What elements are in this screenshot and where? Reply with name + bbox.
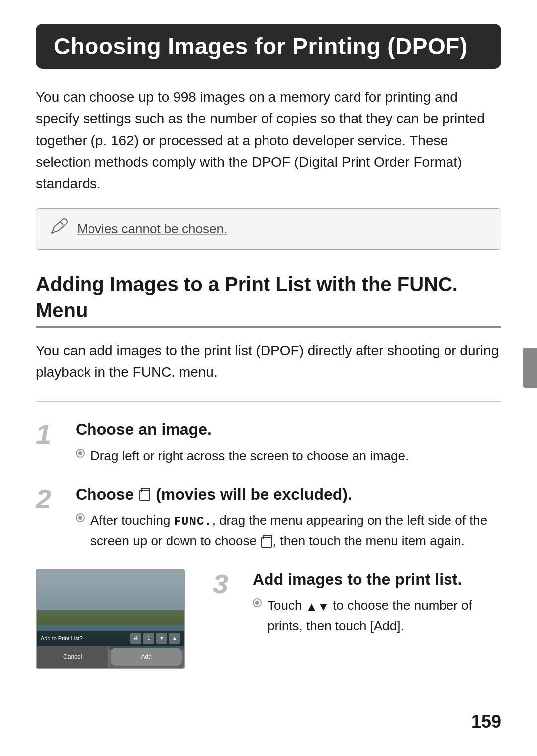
screen-buttons: Cancel Add	[37, 646, 184, 668]
step-1-number-col: 1	[36, 420, 76, 448]
step-2-bullet: After touching FUNC., drag the menu appe…	[76, 510, 501, 551]
bullet-dot-1	[76, 449, 85, 458]
step-3-number-col: 3	[213, 569, 253, 598]
step-2-title-rest: (movies will be excluded).	[156, 485, 352, 503]
step-1-title: Choose an image.	[76, 420, 501, 440]
svg-point-0	[51, 232, 53, 234]
step-3-content: Add images to the print list. Touch ▲▼ t…	[253, 569, 501, 636]
step-3-bullet-text: Touch ▲▼ to choose the number of prints,…	[268, 595, 501, 636]
heading-underline	[36, 326, 501, 328]
step-2-row: 2 Choose (movies will be excluded). Afte…	[36, 484, 501, 551]
step-3-image-area: Add to Print List? 🖨 1 ▼ ▲ Cancel Add	[36, 569, 195, 669]
camera-screen: Add to Print List? 🖨 1 ▼ ▲ Cancel Add	[36, 569, 185, 669]
bullet-dot-2	[76, 513, 85, 522]
step-3-title: Add images to the print list.	[253, 569, 501, 590]
note-box: Movies cannot be chosen.	[36, 208, 501, 250]
step-2-number: 2	[36, 483, 51, 514]
section-heading-title: Adding Images to a Print List with the F…	[36, 273, 458, 321]
pencil-icon	[48, 217, 68, 241]
side-tab	[523, 348, 537, 388]
page-title: Choosing Images for Printing (DPOF)	[54, 33, 483, 60]
arrow-up-down: ▲▼	[306, 600, 330, 613]
note-text: Movies cannot be chosen.	[77, 221, 227, 237]
func-label-2: FUNC.	[174, 515, 212, 528]
section-heading: Adding Images to a Print List with the F…	[36, 271, 501, 328]
step-3-content-area: 3 Add images to the print list. Touch ▲▼…	[213, 569, 501, 636]
step-1-row: 1 Choose an image. Drag left or right ac…	[36, 420, 501, 466]
intro-paragraph: You can choose up to 998 images on a mem…	[36, 86, 501, 194]
page-wrapper: Choosing Images for Printing (DPOF) You …	[0, 0, 537, 726]
step-2-number-col: 2	[36, 484, 76, 513]
cancel-button-screen: Cancel	[37, 646, 109, 668]
toolbar-up-icon: ▲	[169, 633, 180, 644]
step-2-content: Choose (movies will be excluded). After …	[76, 484, 501, 551]
page-number: 159	[471, 711, 501, 732]
title-box: Choosing Images for Printing (DPOF)	[36, 24, 501, 69]
screen-toolbar: Add to Print List? 🖨 1 ▼ ▲	[37, 631, 184, 646]
step-3-number: 3	[213, 568, 228, 599]
steps-area: 1 Choose an image. Drag left or right ac…	[36, 420, 501, 686]
step-1-bullet-text: Drag left or right across the screen to …	[90, 446, 409, 466]
toolbar-print-icon: 🖨	[130, 633, 141, 644]
toolbar-num: 1	[143, 633, 154, 644]
step-1-number: 1	[36, 419, 51, 450]
step-2-title-choose: Choose	[76, 485, 138, 503]
add-button-screen: Add	[111, 648, 182, 666]
step-1-content: Choose an image. Drag left or right acro…	[76, 420, 501, 466]
print-icon-2	[261, 537, 272, 548]
step-2-bullet-text: After touching FUNC., drag the menu appe…	[90, 510, 501, 551]
divider	[36, 401, 501, 402]
step-1-bullet: Drag left or right across the screen to …	[76, 446, 501, 466]
toolbar-label: Add to Print List?	[41, 635, 128, 641]
step-3-row: Add to Print List? 🖨 1 ▼ ▲ Cancel Add	[36, 569, 501, 669]
step-3-bullet: Touch ▲▼ to choose the number of prints,…	[253, 595, 501, 636]
section-body-text: You can add images to the print list (DP…	[36, 340, 501, 383]
print-icon	[139, 490, 150, 501]
step-3-inner-row: 3 Add images to the print list. Touch ▲▼…	[213, 569, 501, 636]
bullet-dot-3	[253, 598, 262, 607]
step-2-title: Choose (movies will be excluded).	[76, 484, 501, 505]
toolbar-down-icon: ▼	[156, 633, 167, 644]
